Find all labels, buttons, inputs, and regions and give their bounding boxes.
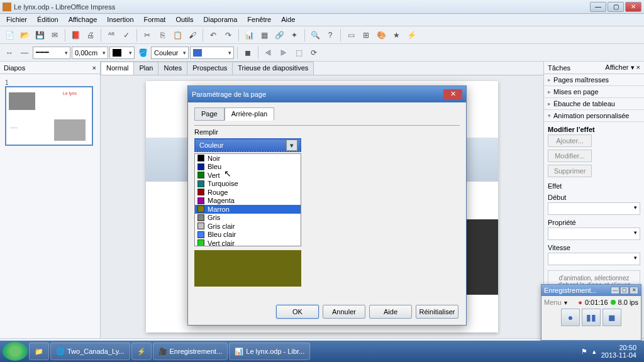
color-option[interactable]: Bleu — [195, 163, 301, 172]
tab-background[interactable]: Arrière-plan — [225, 107, 274, 121]
help-button[interactable]: Aide — [369, 305, 412, 319]
arrow-ends-icon[interactable]: ↔ — [3, 46, 16, 60]
chart-icon[interactable]: 📊 — [242, 28, 256, 42]
paste-icon[interactable]: 📋 — [170, 28, 184, 42]
tray-flag-icon[interactable]: ⚑ — [581, 348, 587, 356]
menu-aide[interactable]: Aide — [276, 14, 300, 26]
menu-outils[interactable]: Outils — [170, 14, 198, 26]
rec-record-button[interactable]: ● — [561, 309, 580, 326]
color-option[interactable]: Marron — [195, 205, 301, 214]
menu-diaporama[interactable]: Diaporama — [199, 14, 243, 26]
slides-panel-close-icon[interactable]: × — [92, 64, 96, 72]
view-tab-4[interactable]: Trieuse de diapositives — [232, 62, 314, 75]
save-icon[interactable]: 💾 — [33, 28, 47, 42]
anim-delete-button[interactable]: Supprimer — [548, 165, 592, 177]
maximize-button[interactable]: ▢ — [608, 2, 624, 12]
spell-icon[interactable]: ᴬᴮ — [104, 28, 118, 42]
slide-icon[interactable]: ▭ — [344, 28, 358, 42]
start-button[interactable] — [3, 342, 28, 361]
tray-up-icon[interactable]: ▴ — [592, 348, 596, 356]
rec-max-icon[interactable]: ▢ — [620, 287, 629, 294]
slide-thumbnail[interactable]: Le lynx ------ — [5, 86, 93, 146]
rotate-icon[interactable]: ⟳ — [307, 46, 321, 60]
taskbar-winamp[interactable]: ⚡ — [131, 343, 152, 360]
undo-icon[interactable]: ↶ — [206, 28, 220, 42]
menu-format[interactable]: Format — [139, 14, 171, 26]
color-option[interactable]: Rouge — [195, 188, 301, 197]
fill-icon[interactable]: 🪣 — [136, 46, 150, 60]
email-icon[interactable]: ✉ — [48, 28, 62, 42]
color-option[interactable]: Vert — [195, 171, 301, 180]
recording-window[interactable]: Enregistrement... —▢✕ Menu▾ ● 0:01:16 8.… — [541, 284, 641, 341]
ok-button[interactable]: OK — [276, 305, 319, 319]
line-style-combo[interactable]: ━━━ — [33, 47, 70, 59]
view-tab-0[interactable]: Normal — [101, 62, 134, 75]
taskbar-impress[interactable]: 📊 Le lynx.odp - Libr... — [229, 343, 310, 360]
view-tab-2[interactable]: Notes — [158, 62, 187, 75]
task-section-0[interactable]: Pages maîtresses — [544, 74, 644, 86]
close-button[interactable]: ✕ — [625, 2, 641, 12]
line-width-combo[interactable]: 0,00cm — [72, 47, 108, 59]
dialog-close-button[interactable]: ✕ — [443, 89, 462, 99]
hyperlink-icon[interactable]: 🔗 — [272, 28, 286, 42]
rec-close-icon[interactable]: ✕ — [630, 287, 638, 294]
reset-button[interactable]: Réinitialiser — [416, 305, 458, 319]
view-tab-3[interactable]: Prospectus — [187, 62, 233, 75]
color-option[interactable]: Noir — [195, 154, 301, 163]
layout-icon[interactable]: ⊞ — [359, 28, 373, 42]
anim-prop-combo[interactable] — [548, 228, 640, 240]
line-style-icon[interactable]: — — [18, 46, 31, 60]
table-icon[interactable]: ▦ — [257, 28, 271, 42]
anim-add-button[interactable]: Ajouter... — [548, 134, 592, 147]
brush-icon[interactable]: 🖌 — [186, 28, 199, 42]
fill-type-select[interactable]: Couleur — [194, 138, 301, 152]
task-section-3[interactable]: Animation personnalisée — [544, 110, 644, 122]
color-option[interactable]: Bleu clair — [195, 231, 301, 239]
minimize-button[interactable]: — — [590, 2, 606, 12]
taskbar-recording[interactable]: 🎥 Enregistrement... — [153, 343, 228, 360]
align2-icon[interactable]: ⫸ — [277, 46, 291, 60]
system-tray[interactable]: ⚑ ▴ 20:50 2013-11-04 — [576, 344, 641, 359]
fill-type-combo[interactable]: Couleur — [151, 47, 189, 59]
open-icon[interactable]: 📂 — [18, 28, 31, 42]
menu-édition[interactable]: Édition — [32, 14, 64, 26]
menu-insertion[interactable]: Insertion — [102, 14, 138, 26]
shadow-icon[interactable]: ◼ — [241, 46, 255, 60]
tab-page[interactable]: Page — [194, 107, 225, 121]
menu-fichier[interactable]: Fichier — [1, 14, 32, 26]
color-option[interactable]: Gris clair — [195, 222, 301, 231]
color-option[interactable]: Turquoise — [195, 180, 301, 189]
color-option[interactable]: Vert clair — [195, 239, 301, 246]
view-tab-1[interactable]: Plan — [133, 62, 158, 75]
interact-icon[interactable]: ⚡ — [404, 28, 418, 42]
color-option[interactable]: Gris — [195, 214, 301, 222]
taskbar-explorer[interactable]: 📁 — [29, 343, 49, 360]
rec-pause-button[interactable]: ▮▮ — [582, 309, 601, 326]
autospell-icon[interactable]: ✓ — [119, 28, 133, 42]
anim-icon[interactable]: ★ — [389, 28, 403, 42]
tasks-show[interactable]: Afficher ▾ × — [605, 63, 640, 72]
anim-speed-combo[interactable] — [548, 253, 640, 265]
cut-icon[interactable]: ✂ — [140, 28, 154, 42]
new-icon[interactable]: 📄 — [3, 28, 16, 42]
task-section-1[interactable]: Mises en page — [544, 86, 644, 98]
menu-fenêtre[interactable]: Fenêtre — [242, 14, 276, 26]
zoom-icon[interactable]: 🔍 — [308, 28, 322, 42]
navigator-icon[interactable]: ✦ — [287, 28, 301, 42]
help-icon[interactable]: ? — [323, 28, 337, 42]
design-icon[interactable]: 🎨 — [374, 28, 388, 42]
rec-min-icon[interactable]: — — [611, 287, 619, 294]
rec-stop-button[interactable]: ◼ — [602, 309, 621, 326]
redo-icon[interactable]: ↷ — [221, 28, 235, 42]
copy-icon[interactable]: ⎘ — [155, 28, 169, 42]
task-section-2[interactable]: Ébauche de tableau — [544, 98, 644, 110]
menu-affichage[interactable]: Affichage — [64, 14, 103, 26]
print-icon[interactable]: 🖨 — [84, 28, 97, 42]
arrange-icon[interactable]: ⬚ — [292, 46, 306, 60]
dialog-titlebar[interactable]: Paramétrage de la page ✕ — [188, 86, 466, 102]
pdf-icon[interactable]: 📕 — [69, 28, 82, 42]
taskbar-chrome[interactable]: 🌐 Two_Canada_Ly... — [50, 343, 130, 360]
color-list[interactable]: NoirBleuVertTurquoiseRougeMagentaMarronG… — [194, 153, 301, 246]
anim-start-combo[interactable] — [548, 202, 640, 215]
color-option[interactable]: Magenta — [195, 197, 301, 206]
